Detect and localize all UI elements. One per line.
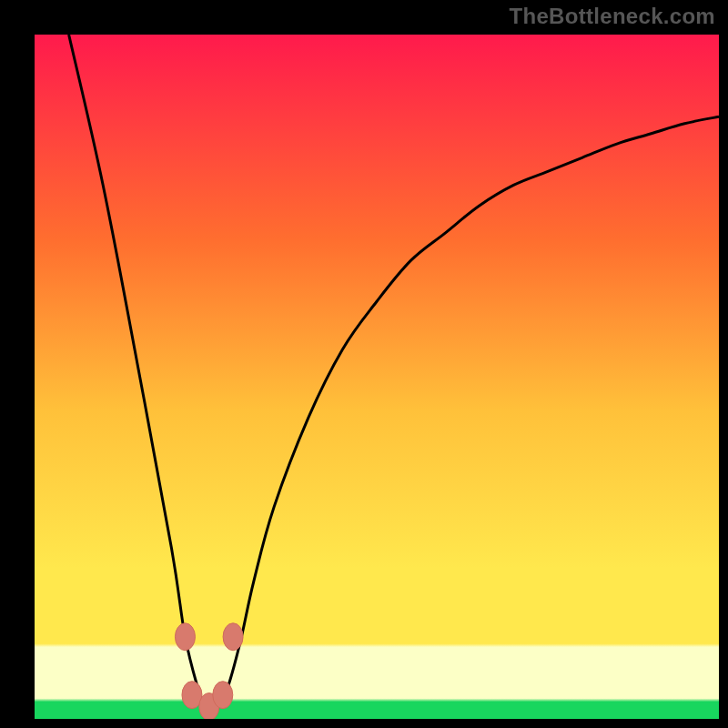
curve-marker (223, 623, 243, 651)
watermark-label: TheBottleneck.com (510, 4, 715, 29)
gradient-background (35, 35, 719, 719)
chart-frame: TheBottleneck.com (0, 0, 728, 728)
curve-marker (175, 623, 195, 651)
chart-svg (35, 35, 719, 719)
chart-plot-area (35, 35, 719, 719)
curve-marker (213, 682, 233, 709)
